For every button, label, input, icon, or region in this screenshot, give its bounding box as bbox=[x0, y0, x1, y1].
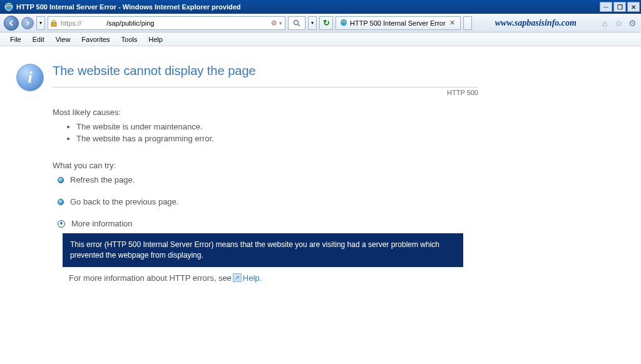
expand-arrow-icon[interactable]: ▼ bbox=[58, 220, 65, 228]
try-refresh-row: Refresh the page. bbox=[58, 175, 478, 185]
menu-bar: File Edit View Favorites Tools Help bbox=[0, 33, 641, 46]
menu-edit[interactable]: Edit bbox=[28, 34, 49, 44]
svg-rect-1 bbox=[51, 23, 56, 26]
menu-help[interactable]: Help bbox=[143, 34, 168, 44]
help-link-icon: ↗ bbox=[233, 273, 242, 282]
try-refresh-label: Refresh the page. bbox=[70, 175, 135, 185]
help-link[interactable]: ↗ Help. bbox=[233, 273, 262, 283]
tab-close-button[interactable]: ✕ bbox=[448, 19, 456, 27]
page-heading: The website cannot display the page bbox=[53, 64, 478, 78]
menu-tools[interactable]: Tools bbox=[116, 34, 143, 44]
url-protocol: https:// bbox=[61, 19, 81, 27]
address-dropdown-icon[interactable]: ▾ bbox=[279, 20, 282, 26]
menu-view[interactable]: View bbox=[51, 34, 76, 44]
tab-title: HTTP 500 Internal Server Error bbox=[350, 19, 446, 27]
window-controls: ─ ❐ ✕ bbox=[600, 2, 640, 12]
refresh-button[interactable]: ↻ bbox=[319, 16, 333, 30]
url-input[interactable] bbox=[106, 19, 269, 27]
more-info-row[interactable]: ▼ More information bbox=[58, 219, 478, 228]
menu-file[interactable]: File bbox=[5, 34, 26, 44]
bullet-icon[interactable] bbox=[58, 177, 64, 183]
maximize-button[interactable]: ❐ bbox=[613, 2, 626, 12]
search-dropdown[interactable]: ▾ bbox=[308, 16, 317, 30]
new-tab-button[interactable] bbox=[463, 16, 472, 30]
help-link-text: Help. bbox=[243, 273, 262, 283]
browser-tab[interactable]: HTTP 500 Internal Server Error ✕ bbox=[336, 16, 461, 30]
history-dropdown[interactable]: ▾ bbox=[36, 16, 45, 30]
causes-list: The website is under maintenance. The we… bbox=[76, 122, 478, 143]
menu-favorites[interactable]: Favorites bbox=[76, 34, 115, 44]
info-detail-text: This error (HTTP 500 Internal Server Err… bbox=[70, 240, 439, 260]
more-info-label: More information bbox=[71, 219, 133, 228]
brand-text: www.sapbasisinfo.com bbox=[474, 18, 597, 28]
back-button[interactable] bbox=[4, 16, 19, 31]
address-bar[interactable]: https:// ⊘ ▾ bbox=[48, 16, 285, 30]
toolbar-icons: ⌂ ☆ ⚙ bbox=[600, 18, 637, 28]
help-prefix: For more information about HTTP errors, … bbox=[69, 273, 232, 283]
help-line: For more information about HTTP errors, … bbox=[69, 273, 478, 283]
cause-item: The website has a programming error. bbox=[76, 134, 478, 143]
minimize-button[interactable]: ─ bbox=[600, 2, 612, 12]
bullet-icon[interactable] bbox=[58, 199, 64, 205]
http-code-label: HTTP 500 bbox=[53, 89, 478, 96]
try-back-label: Go back to the previous page. bbox=[70, 197, 178, 206]
home-icon[interactable]: ⌂ bbox=[600, 18, 610, 28]
window-titlebar: HTTP 500 Internal Server Error - Windows… bbox=[0, 0, 641, 14]
tools-icon[interactable]: ⚙ bbox=[627, 18, 637, 28]
svg-line-3 bbox=[298, 24, 300, 26]
svg-point-2 bbox=[294, 20, 299, 24]
cause-item: The website is under maintenance. bbox=[76, 122, 478, 131]
forward-button[interactable] bbox=[21, 17, 34, 29]
divider bbox=[53, 87, 478, 88]
search-button[interactable] bbox=[288, 16, 305, 30]
info-detail-box: This error (HTTP 500 Internal Server Err… bbox=[63, 233, 463, 267]
page-content: i The website cannot display the page HT… bbox=[0, 46, 641, 283]
lock-icon bbox=[51, 19, 58, 27]
ie-logo-icon bbox=[4, 2, 14, 12]
close-button[interactable]: ✕ bbox=[627, 2, 640, 12]
window-title: HTTP 500 Internal Server Error - Windows… bbox=[16, 3, 600, 11]
ssl-error-icon: ⊘ bbox=[271, 19, 277, 27]
tab-favicon bbox=[340, 19, 347, 28]
navigation-bar: ▾ https:// ⊘ ▾ ▾ ↻ HTTP 500 Internal Ser… bbox=[0, 14, 641, 33]
causes-title: Most likely causes: bbox=[53, 108, 478, 117]
try-back-row: Go back to the previous page. bbox=[58, 197, 478, 206]
info-icon: i bbox=[16, 64, 44, 91]
favorites-icon[interactable]: ☆ bbox=[613, 18, 623, 28]
try-title: What you can try: bbox=[53, 161, 478, 170]
